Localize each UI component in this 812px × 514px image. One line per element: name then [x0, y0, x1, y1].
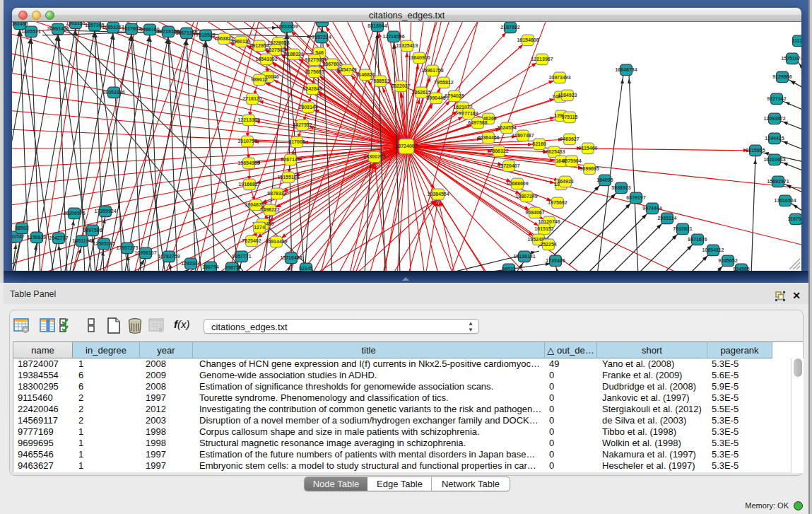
svg-text:164095: 164095 — [596, 177, 613, 182]
svg-text:12218596: 12218596 — [382, 34, 404, 39]
svg-text:7625402: 7625402 — [242, 238, 261, 243]
svg-text:1405571: 1405571 — [21, 29, 40, 34]
svg-text:2367608: 2367608 — [322, 62, 341, 66]
svg-text:1010755: 1010755 — [237, 139, 257, 144]
svg-text:19166827: 19166827 — [238, 182, 260, 187]
svg-text:9242848: 9242848 — [302, 86, 322, 91]
svg-text:8471676: 8471676 — [688, 237, 707, 242]
svg-text:16046755: 16046755 — [245, 202, 266, 207]
svg-text:18300295: 18300295 — [363, 154, 385, 159]
svg-text:17016504: 17016504 — [774, 198, 796, 203]
svg-text:12093872: 12093872 — [763, 116, 785, 121]
svg-text:62160: 62160 — [532, 141, 546, 146]
svg-text:9227342: 9227342 — [767, 96, 786, 101]
svg-text:9245652: 9245652 — [718, 258, 737, 263]
svg-text:6879197: 6879197 — [626, 195, 645, 200]
svg-text:9474444: 9474444 — [642, 206, 661, 211]
svg-text:7588513: 7588513 — [370, 78, 389, 83]
svg-text:924565: 924565 — [733, 267, 749, 271]
svg-text:17359924: 17359924 — [94, 209, 116, 214]
svg-text:2942737: 2942737 — [49, 235, 68, 240]
svg-text:19654983: 19654983 — [237, 160, 259, 165]
svg-text:10958107: 10958107 — [134, 250, 156, 255]
svg-text:12213369: 12213369 — [237, 117, 259, 122]
svg-text:1244415: 1244415 — [765, 136, 784, 141]
svg-text:317006: 317006 — [288, 139, 305, 144]
svg-text:391547: 391547 — [12, 234, 25, 239]
svg-text:17957275: 17957275 — [116, 245, 138, 250]
svg-text:3624554: 3624554 — [497, 125, 516, 130]
svg-text:8186323: 8186323 — [284, 52, 303, 57]
svg-text:1274: 1274 — [254, 225, 265, 230]
svg-text:16782759: 16782759 — [158, 254, 180, 259]
svg-text:3175685: 3175685 — [305, 69, 324, 74]
svg-text:8427552: 8427552 — [293, 122, 312, 127]
svg-text:8267130: 8267130 — [281, 157, 300, 162]
svg-text:9575904: 9575904 — [562, 158, 581, 163]
svg-text:9997586: 9997586 — [83, 228, 102, 233]
svg-text:9129966: 9129966 — [772, 74, 792, 79]
svg-text:12213967: 12213967 — [531, 57, 553, 62]
svg-text:9463627: 9463627 — [560, 136, 579, 141]
svg-text:16543392: 16543392 — [255, 57, 277, 62]
svg-text:16671355: 16671355 — [175, 30, 197, 35]
svg-text:10853267: 10853267 — [102, 25, 124, 30]
svg-text:7357224: 7357224 — [312, 35, 331, 40]
svg-text:15136141: 15136141 — [513, 254, 535, 259]
svg-text:9777169: 9777169 — [459, 111, 478, 116]
svg-text:95871: 95871 — [225, 265, 239, 270]
svg-text:18724007: 18724007 — [395, 144, 417, 148]
svg-text:19384554: 19384554 — [427, 192, 449, 197]
svg-text:10654112: 10654112 — [702, 247, 724, 252]
svg-text:86532: 86532 — [502, 267, 516, 271]
svg-text:8813044: 8813044 — [367, 23, 387, 28]
svg-text:9327500: 9327500 — [266, 47, 285, 52]
svg-text:252254: 252254 — [540, 242, 556, 247]
svg-text:16210643: 16210643 — [763, 157, 785, 162]
svg-text:15155104: 15155104 — [277, 175, 299, 180]
svg-text:8990448: 8990448 — [426, 95, 445, 100]
svg-text:11123: 11123 — [792, 38, 801, 43]
svg-text:9327505: 9327505 — [305, 57, 324, 62]
svg-text:8215955: 8215955 — [746, 148, 765, 153]
svg-text:5938923: 5938923 — [611, 185, 630, 190]
svg-text:6497568: 6497568 — [468, 120, 487, 125]
svg-text:9699695: 9699695 — [579, 166, 599, 171]
svg-text:9084067: 9084067 — [525, 210, 544, 215]
svg-text:8960124: 8960124 — [231, 39, 250, 44]
svg-text:15692971: 15692971 — [767, 179, 789, 184]
svg-text:1975692: 1975692 — [548, 200, 567, 205]
svg-text:2935114: 2935114 — [658, 216, 677, 221]
svg-text:164923: 164923 — [557, 179, 573, 184]
svg-text:975115: 975115 — [562, 115, 578, 119]
svg-text:20206576: 20206576 — [63, 211, 85, 216]
svg-text:1021: 1021 — [317, 22, 328, 23]
svg-text:989012: 989012 — [251, 77, 267, 82]
svg-text:10025433: 10025433 — [543, 149, 565, 154]
svg-text:186754: 186754 — [202, 264, 218, 269]
svg-text:9857771: 9857771 — [232, 254, 251, 259]
svg-text:13640910: 13640910 — [408, 55, 430, 60]
svg-text:16648784: 16648784 — [615, 67, 637, 72]
svg-text:5498222: 5498222 — [260, 207, 279, 212]
svg-text:62145: 62145 — [299, 266, 313, 271]
svg-text:8454749: 8454749 — [337, 67, 356, 72]
svg-text:2718120: 2718120 — [242, 96, 261, 101]
svg-text:9146821: 9146821 — [355, 72, 375, 77]
svg-text:1527602: 1527602 — [122, 26, 141, 31]
svg-text:9115460: 9115460 — [579, 146, 598, 151]
svg-text:18807249: 18807249 — [515, 194, 537, 199]
svg-text:12505185: 12505185 — [93, 241, 114, 246]
svg-text:15751074: 15751074 — [781, 56, 801, 61]
svg-text:1903155: 1903155 — [66, 22, 85, 25]
svg-text:2187682: 2187682 — [500, 25, 519, 30]
svg-text:8878332: 8878332 — [267, 191, 286, 196]
svg-text:1733426: 1733426 — [546, 258, 565, 263]
svg-text:10807487: 10807487 — [512, 133, 534, 138]
svg-text:16154808: 16154808 — [517, 37, 539, 42]
svg-text:8822037: 8822037 — [391, 83, 410, 88]
svg-text:1451194: 1451194 — [73, 238, 92, 243]
svg-text:7515526: 7515526 — [196, 33, 215, 37]
svg-text:88502: 88502 — [15, 226, 29, 230]
svg-text:16914479: 16914479 — [265, 239, 287, 244]
